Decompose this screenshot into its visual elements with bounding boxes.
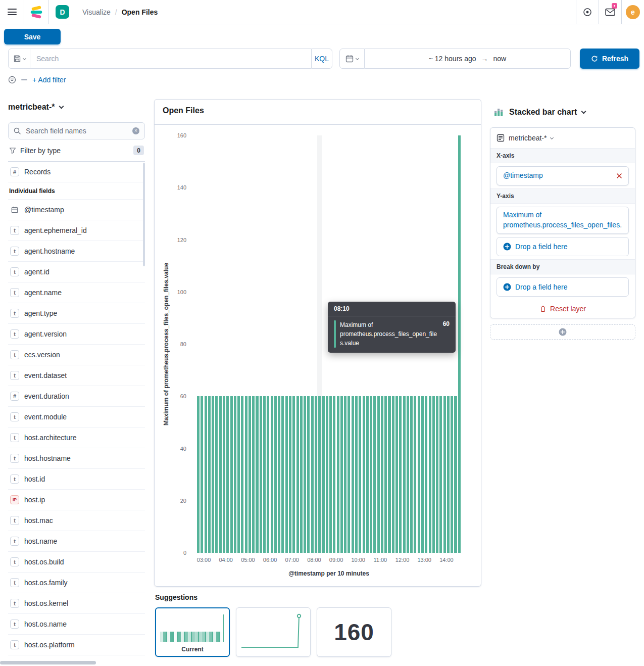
query-language-button[interactable]: KQL xyxy=(311,49,332,69)
bar[interactable] xyxy=(340,396,343,553)
bar[interactable] xyxy=(263,396,266,553)
bar[interactable] xyxy=(223,396,225,553)
newsfeed-button[interactable] xyxy=(599,0,621,24)
bar[interactable] xyxy=(370,396,372,553)
field-item[interactable]: thost.hostname xyxy=(8,448,145,469)
bar[interactable] xyxy=(289,396,291,553)
suggestion-line-chart[interactable] xyxy=(236,607,311,657)
bar[interactable] xyxy=(267,396,269,553)
field-item[interactable]: tagent.id xyxy=(8,262,145,282)
bar[interactable] xyxy=(447,396,450,553)
bar[interactable] xyxy=(407,396,409,553)
field-item[interactable]: tagent.ephemeral_id xyxy=(8,220,145,241)
field-item[interactable]: @timestamp xyxy=(8,200,145,220)
field-item[interactable]: thost.architecture xyxy=(8,427,145,448)
y-axis-dimension[interactable]: Maximum of prometheus.process_files_open… xyxy=(497,207,629,234)
field-item[interactable]: tagent.name xyxy=(8,282,145,303)
bar[interactable] xyxy=(212,396,214,553)
date-picker-button[interactable] xyxy=(339,49,365,69)
time-range-to[interactable]: now xyxy=(493,55,507,63)
field-item[interactable]: thost.name xyxy=(8,531,145,552)
field-item[interactable]: thost.os.name xyxy=(8,614,145,635)
bar[interactable] xyxy=(201,396,203,553)
saved-query-menu-button[interactable] xyxy=(8,49,30,69)
bar[interactable] xyxy=(333,396,335,553)
bar[interactable] xyxy=(245,396,247,553)
bar[interactable] xyxy=(197,396,200,553)
bar[interactable] xyxy=(234,396,236,553)
bar[interactable] xyxy=(451,396,453,553)
bar[interactable] xyxy=(252,396,255,553)
bar[interactable] xyxy=(344,396,346,553)
index-pattern-switcher[interactable]: metricbeat-* xyxy=(8,100,145,114)
y-axis-drop-target[interactable]: Drop a field here xyxy=(497,237,629,256)
help-button[interactable] xyxy=(576,0,599,24)
bar[interactable] xyxy=(414,396,416,553)
bar[interactable] xyxy=(326,396,328,553)
field-item[interactable]: tagent.hostname xyxy=(8,241,145,262)
time-range-display[interactable]: ~ 12 hours ago → now xyxy=(365,49,571,69)
field-item[interactable]: tevent.module xyxy=(8,407,145,427)
bar[interactable] xyxy=(439,396,442,553)
bar[interactable] xyxy=(381,396,383,553)
bar[interactable] xyxy=(304,396,306,553)
bar[interactable] xyxy=(377,396,380,553)
user-menu-button[interactable]: e xyxy=(621,0,644,24)
bar[interactable] xyxy=(311,396,314,553)
bar[interactable] xyxy=(384,396,387,553)
bar[interactable] xyxy=(249,396,251,553)
field-search-input[interactable] xyxy=(25,126,128,135)
bar[interactable] xyxy=(454,396,457,553)
bar[interactable] xyxy=(329,396,332,553)
suggestion-current[interactable]: Current xyxy=(155,607,230,657)
bar[interactable] xyxy=(307,396,310,553)
bar[interactable] xyxy=(296,396,299,553)
bar[interactable] xyxy=(355,396,358,553)
add-layer-button[interactable] xyxy=(490,324,635,340)
bar[interactable] xyxy=(241,396,243,553)
field-item[interactable]: tecs.version xyxy=(8,345,145,365)
field-item[interactable]: thost.os.build xyxy=(8,552,145,573)
field-item[interactable]: thost.id xyxy=(8,469,145,490)
field-item[interactable]: IPhost.ip xyxy=(8,490,145,510)
bar[interactable] xyxy=(436,396,438,553)
space-avatar[interactable]: D xyxy=(56,5,69,19)
elastic-logo[interactable] xyxy=(24,0,48,24)
bar[interactable] xyxy=(274,396,277,553)
bar[interactable] xyxy=(348,396,350,553)
reset-layer-button[interactable]: Reset layer xyxy=(490,300,635,318)
bar[interactable] xyxy=(363,396,365,553)
bar[interactable] xyxy=(418,396,420,553)
bar[interactable] xyxy=(215,396,218,553)
bar[interactable] xyxy=(260,396,262,553)
clear-search-icon[interactable]: × xyxy=(132,127,139,134)
bar[interactable] xyxy=(205,396,207,553)
filter-by-type-button[interactable]: Filter by type 0 xyxy=(8,146,145,162)
bar[interactable] xyxy=(226,396,229,553)
bar[interactable] xyxy=(292,396,295,553)
bar[interactable] xyxy=(429,396,431,553)
bar[interactable] xyxy=(318,396,321,553)
bar[interactable] xyxy=(410,396,413,553)
bar[interactable] xyxy=(281,396,284,553)
bar[interactable] xyxy=(373,396,376,553)
bar[interactable] xyxy=(395,396,398,553)
bar[interactable] xyxy=(285,396,288,553)
bar[interactable] xyxy=(256,396,258,553)
field-item[interactable]: thost.os.kernel xyxy=(8,593,145,614)
bar[interactable] xyxy=(443,396,446,553)
bar[interactable] xyxy=(425,396,427,553)
remove-dimension-icon[interactable] xyxy=(614,171,624,181)
add-filter-link[interactable]: + Add filter xyxy=(32,76,66,84)
bar[interactable] xyxy=(458,135,461,553)
bar[interactable] xyxy=(219,396,222,553)
bar[interactable] xyxy=(403,396,406,553)
field-item[interactable]: #event.duration xyxy=(8,386,145,407)
bar[interactable] xyxy=(399,396,402,553)
bar[interactable] xyxy=(278,396,280,553)
query-input[interactable] xyxy=(30,49,311,69)
filter-options-button[interactable] xyxy=(8,76,16,84)
field-item[interactable]: tagent.type xyxy=(8,303,145,324)
bar[interactable] xyxy=(359,396,361,553)
breadcrumb-visualize[interactable]: Visualize xyxy=(82,8,111,16)
